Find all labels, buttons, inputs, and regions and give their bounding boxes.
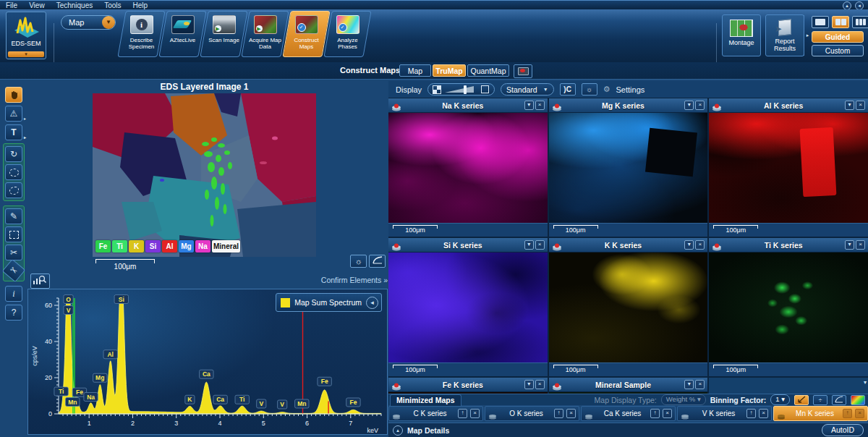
minimize-map-icon[interactable]: ▾	[684, 101, 694, 110]
menu-view[interactable]: View	[29, 1, 45, 9]
close-map-icon[interactable]: ×	[535, 240, 545, 250]
close-map-icon[interactable]: ×	[695, 240, 705, 250]
annotate-maps-button[interactable]	[794, 395, 809, 405]
color-lut-button[interactable]	[851, 395, 865, 405]
close-map-icon[interactable]: ×	[695, 380, 705, 389]
si-map-image[interactable]	[388, 253, 548, 362]
gamma-curve-button[interactable]	[369, 255, 386, 268]
layout-split-button[interactable]	[832, 16, 849, 28]
minimized-map-mn[interactable]: Mn K series ↑×	[773, 406, 868, 421]
rotate-region-tool-button[interactable]: ↻	[5, 146, 22, 162]
minimize-map-icon[interactable]: ▾	[684, 380, 694, 389]
map-preview-toggle-button[interactable]	[514, 64, 532, 78]
tab-map[interactable]: Map	[399, 64, 431, 77]
mg-map-image[interactable]	[549, 113, 708, 223]
step-analyze-phases[interactable]: ✓ AnalyzePhases	[323, 11, 371, 57]
legend-chip-mineral[interactable]: Mineral	[212, 240, 240, 253]
close-map-icon[interactable]: ×	[663, 409, 672, 418]
close-map-icon[interactable]: ×	[695, 101, 705, 110]
layout-triple-button[interactable]	[852, 16, 868, 28]
eds-layered-image[interactable]	[93, 93, 316, 257]
step-azteclive[interactable]: AZtecLive	[158, 11, 206, 57]
guided-mode-button[interactable]: Guided	[812, 31, 864, 43]
freehand-cut-tool-button[interactable]: ✂	[2, 259, 26, 282]
pan-tool-button[interactable]	[5, 87, 22, 103]
spectrum-overview-button[interactable]	[30, 273, 50, 289]
legend-chip-na[interactable]: Na	[195, 240, 210, 253]
legend-chip-fe[interactable]: Fe	[95, 240, 111, 253]
legend-chip-mg[interactable]: Mg	[179, 240, 194, 253]
menu-techniques[interactable]: Techniques	[56, 1, 93, 9]
layout-single-button[interactable]	[812, 16, 829, 28]
tab-quantmap[interactable]: QuantMap	[467, 64, 509, 77]
settings-gear-icon[interactable]: ⚙	[603, 85, 610, 94]
binning-factor-dropdown[interactable]: 1 ▾	[770, 394, 790, 405]
close-map-icon[interactable]: ×	[856, 240, 865, 250]
minimized-map-v[interactable]: V K series ↑×	[677, 406, 772, 421]
minimized-map-ca[interactable]: Ca K series ↑×	[581, 406, 676, 421]
close-map-icon[interactable]: ×	[535, 101, 545, 110]
restore-map-icon[interactable]: ↑	[554, 409, 563, 418]
minimize-map-icon[interactable]: ▾	[845, 101, 854, 110]
cut-tool-button[interactable]: ✂	[5, 245, 22, 260]
custom-mode-button[interactable]: Custom	[812, 45, 864, 56]
menu-tools[interactable]: Tools	[104, 1, 121, 9]
menu-file[interactable]: File	[6, 1, 17, 9]
tile-size-slider[interactable]	[427, 83, 495, 96]
step-construct-maps[interactable]: ✓ ConstructMaps	[282, 11, 330, 57]
scale-curve-button[interactable]	[832, 395, 846, 405]
report-results-button[interactable]: ➤ ReportResults ▸	[765, 14, 804, 56]
map-display-type-dropdown[interactable]: Weight % ▾	[661, 394, 706, 405]
restore-map-icon[interactable]: ↑	[746, 409, 756, 418]
close-map-icon[interactable]: ×	[856, 101, 865, 110]
close-map-icon[interactable]: ×	[535, 380, 545, 389]
brightness-contrast-button[interactable]: ☼	[350, 255, 367, 268]
size-slider-handle[interactable]	[445, 86, 477, 93]
close-map-icon[interactable]: ×	[855, 409, 864, 418]
step-acquire-map-data[interactable]: ▶ Acquire MapData	[241, 11, 289, 57]
minimized-map-c[interactable]: C K series ↑×	[388, 406, 483, 421]
confirm-elements-link[interactable]: Confirm Elements »	[289, 276, 388, 284]
compare-maps-button[interactable]: )C	[560, 83, 576, 96]
close-map-icon[interactable]: ×	[566, 409, 576, 418]
na-map-image[interactable]	[388, 113, 548, 223]
step-describe-specimen[interactable]: i DescribeSpecimen	[117, 11, 165, 57]
display-mode-dropdown[interactable]: Standard ▼	[501, 83, 554, 96]
tab-trumap[interactable]: TruMap	[433, 64, 466, 77]
minimize-map-icon[interactable]: ▾	[684, 240, 694, 250]
pen-tool-button[interactable]: ✎	[5, 208, 22, 224]
restore-map-icon[interactable]: ↑	[458, 409, 467, 418]
minimize-map-icon[interactable]: ▾	[524, 380, 534, 389]
spectrum-panel[interactable]: 1234567keV0204060cps/eVOVTiMnFeNaMgAlSiK…	[27, 289, 388, 435]
expand-map-details-icon[interactable]: ▴	[393, 425, 403, 436]
menu-help[interactable]: Help	[133, 1, 148, 9]
mode-dropdown-arrow-icon[interactable]: ▼	[102, 16, 115, 29]
map-details-label[interactable]: Map Details	[407, 426, 449, 435]
legend-chip-si[interactable]: Si	[145, 240, 161, 253]
minimized-map-o[interactable]: O K series ↑×	[485, 406, 579, 421]
minimize-map-icon[interactable]: ▾	[524, 240, 534, 250]
restore-map-icon[interactable]: ↑	[650, 409, 660, 418]
minimized-maps-label[interactable]: Minimized Maps	[390, 394, 461, 406]
text-tool-button[interactable]: T▸	[5, 124, 22, 140]
mode-dropdown[interactable]: Map ▼	[61, 15, 116, 30]
minimize-map-icon[interactable]: ▾	[524, 101, 534, 110]
legend-chip-ti[interactable]: Ti	[112, 240, 127, 253]
close-map-icon[interactable]: ×	[759, 409, 768, 418]
autoid-button[interactable]: AutoID	[822, 424, 864, 436]
report-results-dropdown-icon[interactable]: ▸	[804, 15, 811, 56]
technique-button-eds-sem[interactable]: EDS-SEM ▾	[6, 12, 46, 59]
help-button[interactable]: ?	[5, 305, 22, 321]
close-map-icon[interactable]: ×	[470, 409, 480, 418]
minimize-map-icon[interactable]: ▾	[845, 240, 854, 250]
ti-map-image[interactable]	[709, 253, 868, 362]
brightness-button[interactable]: ☼	[582, 83, 597, 96]
eds-sem-expand-icon[interactable]: ▾	[8, 51, 44, 57]
al-map-image[interactable]	[709, 113, 868, 223]
k-map-image[interactable]	[549, 253, 708, 362]
montage-button[interactable]: Montage	[722, 14, 761, 56]
legend-chip-k[interactable]: K	[129, 240, 144, 253]
rectangle-tool-button[interactable]	[5, 226, 22, 242]
freehand-region-tool-button[interactable]	[5, 182, 22, 198]
spectrum-legend-collapse-icon[interactable]: ◂	[366, 297, 378, 309]
